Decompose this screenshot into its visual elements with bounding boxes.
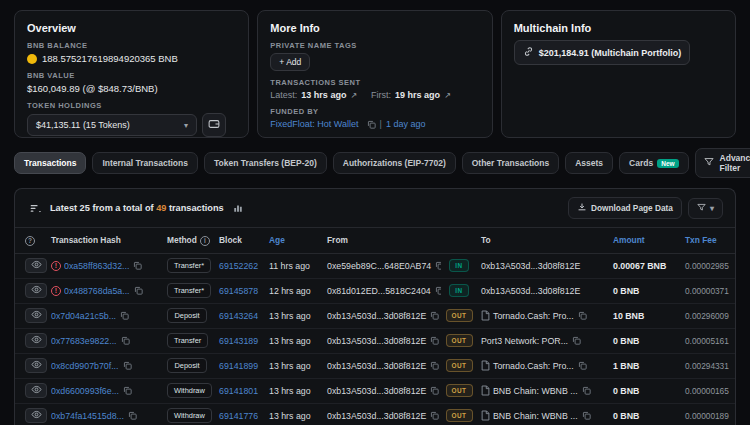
copy-icon[interactable] (435, 261, 441, 270)
tx-hash-link[interactable]: 0x488768da5a... (64, 286, 130, 296)
tab-cards[interactable]: Cards New (619, 152, 688, 174)
copy-icon[interactable] (367, 120, 376, 129)
tx-count-link[interactable]: 49 (156, 203, 166, 213)
col-from: From (323, 228, 441, 254)
txn-fee-value: 0.00296009 (681, 303, 735, 328)
from-address[interactable]: 0xb13A503d...3d08f812E (327, 411, 426, 421)
copy-icon[interactable] (578, 361, 587, 370)
multichain-portfolio-badge[interactable]: $201,184.91 (Multichain Portfolio) (514, 40, 691, 65)
copy-icon[interactable] (430, 336, 439, 345)
eye-button[interactable] (25, 283, 47, 298)
block-link[interactable]: 69141776 (219, 411, 258, 421)
copy-icon[interactable] (582, 411, 591, 420)
chain-link-icon (523, 46, 534, 59)
tab-internal-transactions[interactable]: Internal Transactions (92, 152, 198, 174)
to-address[interactable]: Tornado.Cash: Pro... (493, 311, 574, 321)
copy-icon[interactable] (121, 336, 130, 345)
chart-icon-button[interactable] (230, 201, 246, 215)
col-age-sort[interactable]: Age (265, 228, 323, 254)
funded-age-link[interactable]: 1 day ago (386, 119, 426, 129)
method-badge: Deposit (167, 308, 207, 323)
filter-dropdown-button[interactable]: ▾ (688, 198, 723, 219)
first-value: 19 hrs ago (395, 90, 440, 100)
copy-icon[interactable] (133, 261, 142, 270)
to-address[interactable]: 0xb13A503d...3d08f812E (481, 261, 580, 271)
col-amount-sort[interactable]: Amount (609, 228, 681, 254)
age-text: 11 hrs ago (269, 261, 310, 271)
table-row: ! 0x488768da5a... Transfer* 69145878 12 … (15, 278, 735, 303)
to-address[interactable]: BNB Chain: WBNB ... (493, 386, 578, 396)
copy-icon[interactable] (123, 386, 132, 395)
info-icon[interactable]: i (200, 236, 210, 246)
block-link[interactable]: 69143264 (219, 311, 258, 321)
table-row: 0x8cd9907b70f... Deposit 69141899 13 hrs… (15, 353, 735, 378)
help-icon[interactable]: ? (25, 236, 35, 246)
tx-hash-link[interactable]: 0x7d04a21c5b... (51, 311, 116, 321)
from-address[interactable]: 0xb13A503d...3d08f812E (327, 361, 426, 371)
sort-filter-icon[interactable] (27, 201, 44, 216)
tab-authorizations[interactable]: Authorizations (EIP-7702) (333, 152, 456, 174)
overview-title: Overview (27, 22, 236, 34)
copy-icon[interactable] (578, 311, 587, 320)
download-page-data-button[interactable]: Download Page Data (568, 197, 682, 219)
tx-hash-link[interactable]: 0xb74fa14515d8... (51, 411, 124, 421)
eye-button[interactable] (25, 333, 47, 348)
funded-by-link[interactable]: FixedFloat: Hot Wallet (270, 119, 358, 129)
age-text: 13 hrs ago (269, 311, 311, 321)
copy-icon[interactable] (572, 336, 581, 345)
copy-icon[interactable] (582, 386, 591, 395)
age-text: 13 hrs ago (269, 386, 311, 396)
eye-button[interactable] (25, 408, 47, 423)
copy-icon[interactable] (430, 361, 439, 370)
copy-icon[interactable] (134, 286, 143, 295)
wallet-button[interactable] (202, 113, 226, 137)
from-address[interactable]: 0x81d012ED...5818C2404 (327, 286, 431, 296)
from-address[interactable]: 0xb13A503d...3d08f812E (327, 311, 426, 321)
block-link[interactable]: 69152262 (219, 261, 258, 271)
table-row: 0x7d04a21c5b... Deposit 69143264 13 hrs … (15, 303, 735, 328)
col-txn-fee-sort[interactable]: Txn Fee (681, 228, 735, 254)
multichain-title: Multichain Info (514, 22, 723, 34)
advanced-filter-button[interactable]: Advanced Filter ▾ (695, 148, 750, 178)
more-info-card: More Info PRIVATE NAME TAGS + Add TRANSA… (257, 10, 492, 138)
tx-hash-link[interactable]: 0x77683e9822... (51, 336, 117, 346)
from-address[interactable]: 0xe59eb89C...648E0AB74 (327, 261, 431, 271)
tab-label: Cards (629, 158, 653, 168)
tab-other-transactions[interactable]: Other Transactions (462, 152, 559, 174)
block-link[interactable]: 69141801 (219, 386, 258, 396)
method-badge: Withdraw (167, 383, 212, 398)
block-link[interactable]: 69141899 (219, 361, 258, 371)
token-holdings-select[interactable]: $41,135.11 (15 Tokens) ▾ (27, 114, 197, 136)
eye-button[interactable] (25, 308, 47, 323)
to-address[interactable]: Tornado.Cash: Pro... (493, 361, 574, 371)
direction-badge: IN (449, 284, 468, 297)
to-address[interactable]: 0xb13A503d...3d08f812E (481, 286, 580, 296)
from-address[interactable]: 0xb13A503d...3d08f812E (327, 336, 426, 346)
eye-button[interactable] (25, 358, 47, 373)
to-address[interactable]: BNB Chain: WBNB ... (493, 411, 578, 421)
tab-transactions[interactable]: Transactions (14, 152, 86, 174)
tx-hash-link[interactable]: 0xd6600993f6e... (51, 386, 119, 396)
copy-icon[interactable] (120, 311, 129, 320)
block-link[interactable]: 69145878 (219, 286, 258, 296)
arrow-up-right-icon[interactable]: ↗ (350, 91, 357, 100)
tx-hash-link[interactable]: 0xa58ff863d32... (64, 261, 129, 271)
copy-icon[interactable] (430, 311, 439, 320)
eye-button[interactable] (25, 258, 47, 273)
copy-icon[interactable] (435, 286, 441, 295)
copy-icon[interactable] (123, 361, 132, 370)
eye-button[interactable] (25, 383, 47, 398)
arrow-up-right-icon[interactable]: ↗ (444, 91, 451, 100)
copy-icon[interactable] (430, 411, 439, 420)
block-link[interactable]: 69143189 (219, 336, 258, 346)
copy-icon[interactable] (128, 411, 137, 420)
tx-hash-link[interactable]: 0x8cd9907b70f... (51, 361, 119, 371)
copy-icon[interactable] (430, 386, 439, 395)
portfolio-value: $201,184.91 (Multichain Portfolio) (539, 48, 682, 58)
tab-token-transfers[interactable]: Token Transfers (BEP-20) (204, 152, 327, 174)
transactions-panel: Latest 25 from a total of 49 transaction… (14, 188, 736, 425)
to-address[interactable]: Port3 Network: POR... (481, 336, 568, 346)
from-address[interactable]: 0xb13A503d...3d08f812E (327, 386, 426, 396)
tab-assets[interactable]: Assets (565, 152, 613, 174)
add-tag-button[interactable]: + Add (270, 53, 310, 71)
